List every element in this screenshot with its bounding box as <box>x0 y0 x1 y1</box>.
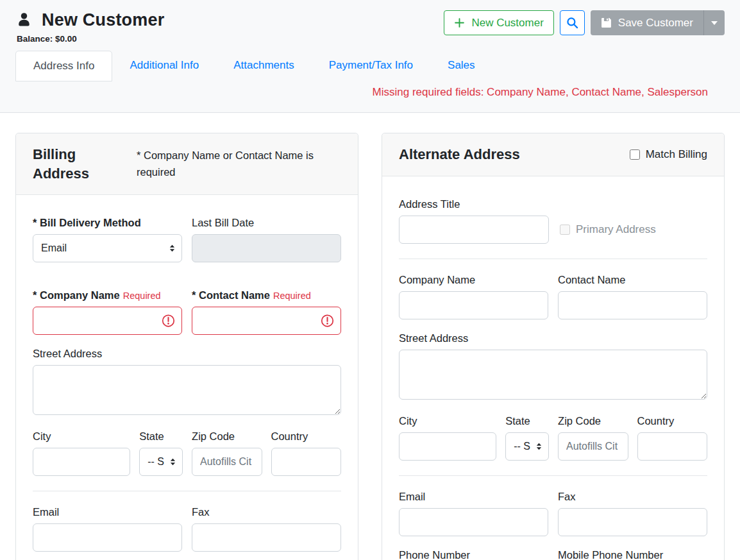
person-icon <box>15 12 33 29</box>
select-caret-icon <box>169 244 176 253</box>
alternate-city-label: City <box>399 415 496 427</box>
save-floppy-icon <box>601 17 612 28</box>
billing-fax-input[interactable] <box>192 523 341 552</box>
alternate-street-address-textarea[interactable] <box>399 350 707 400</box>
tab-sales[interactable]: Sales <box>430 51 492 81</box>
address-title-input[interactable] <box>399 216 549 244</box>
select-caret-icon <box>169 458 176 466</box>
billing-address-title: Billing Address <box>33 145 130 183</box>
last-bill-date-label: Last Bill Date <box>192 217 341 229</box>
alternate-contact-name-input[interactable] <box>558 291 707 319</box>
primary-address-checkbox-group: Primary Address <box>560 223 656 236</box>
balance-label: Balance: $0.00 <box>17 34 725 44</box>
match-billing-checkbox-group: Match Billing <box>630 148 707 161</box>
alternate-email-label: Email <box>399 491 548 503</box>
save-customer-button-label: Save Customer <box>618 17 693 30</box>
section-divider <box>399 259 707 259</box>
match-billing-label: Match Billing <box>646 148 707 161</box>
billing-contact-name-label: * Contact NameRequired <box>192 289 341 301</box>
billing-city-input[interactable] <box>33 448 130 476</box>
section-divider <box>33 491 341 491</box>
billing-email-input[interactable] <box>33 523 182 552</box>
new-customer-button-label: New Customer <box>471 17 543 30</box>
alternate-email-input[interactable] <box>399 508 548 536</box>
billing-zip-label: Zip Code <box>192 430 262 443</box>
match-billing-checkbox[interactable] <box>630 149 640 160</box>
alternate-address-header: Alternate Address Match Billing <box>382 133 724 176</box>
billing-address-body: * Bill Delivery Method Email Last Bill D… <box>16 195 358 560</box>
select-caret-icon <box>535 442 542 450</box>
billing-state-value: -- S <box>147 456 164 468</box>
primary-address-label: Primary Address <box>576 223 656 236</box>
alternate-street-address-label: Street Address <box>399 332 707 344</box>
invalid-exclamation-icon <box>162 314 175 328</box>
billing-contact-name-input[interactable] <box>192 307 341 335</box>
caret-down-icon <box>711 21 718 25</box>
alternate-phone-label: Phone Number <box>399 549 548 560</box>
billing-fax-label: Fax <box>192 506 341 518</box>
alternate-fax-label: Fax <box>558 491 707 503</box>
new-customer-button[interactable]: New Customer <box>444 10 553 35</box>
billing-address-header: Billing Address * Company Name or Contac… <box>16 133 358 195</box>
alternate-fax-input[interactable] <box>558 508 707 536</box>
alternate-address-title: Alternate Address <box>399 145 520 164</box>
section-divider <box>399 475 707 476</box>
search-icon <box>566 17 578 29</box>
page-title: New Customer <box>42 10 164 30</box>
new-customer-page: New Customer Balance: $0.00 New Customer <box>0 0 740 560</box>
billing-email-label: Email <box>33 506 182 518</box>
billing-state-select[interactable]: -- S <box>139 448 183 476</box>
alternate-zip-label: Zip Code <box>558 415 628 427</box>
last-bill-date-input <box>192 234 341 262</box>
alternate-city-input[interactable] <box>399 432 496 461</box>
alternate-company-name-input[interactable] <box>399 291 548 319</box>
header-actions: New Customer <box>444 10 725 35</box>
alternate-contact-name-label: Contact Name <box>558 274 707 286</box>
alternate-state-select[interactable]: -- S <box>505 432 549 461</box>
invalid-exclamation-icon <box>321 314 334 328</box>
bill-delivery-method-value: Email <box>41 242 67 254</box>
primary-address-checkbox <box>560 225 570 235</box>
save-customer-button[interactable]: Save Customer <box>591 10 703 35</box>
billing-country-label: Country <box>271 430 341 443</box>
plus-icon <box>454 17 465 28</box>
billing-requirement-note: * Company Name or Contact Name is requir… <box>137 148 329 180</box>
search-button[interactable] <box>560 10 585 35</box>
billing-zip-input[interactable] <box>192 448 262 476</box>
alternate-mobile-phone-label: Mobile Phone Number <box>558 549 707 560</box>
tab-bar: Address Info Additional Info Attachments… <box>8 51 725 81</box>
address-title-label: Address Title <box>399 198 707 210</box>
tab-additional-info[interactable]: Additional Info <box>112 51 216 81</box>
save-dropdown-toggle[interactable] <box>704 10 725 35</box>
save-customer-split-button: Save Customer <box>591 10 725 35</box>
alternate-address-body: Address Title Primary Address Company Na… <box>382 176 724 560</box>
alternate-address-card: Alternate Address Match Billing Address … <box>382 133 725 560</box>
billing-company-name-input[interactable] <box>33 307 182 335</box>
billing-state-label: State <box>139 430 183 443</box>
billing-company-name-label: * Company NameRequired <box>33 289 182 301</box>
billing-street-address-textarea[interactable] <box>33 365 341 415</box>
company-name-required-tag: Required <box>123 291 161 301</box>
contact-name-required-tag: Required <box>273 291 311 301</box>
alternate-state-value: -- S <box>514 441 530 452</box>
billing-city-label: City <box>33 430 130 443</box>
alternate-country-label: Country <box>637 415 707 427</box>
tab-payment-tax-info[interactable]: Payment/Tax Info <box>312 51 430 81</box>
alternate-company-name-label: Company Name <box>399 274 548 286</box>
alternate-state-label: State <box>505 415 549 427</box>
bill-delivery-method-label: * Bill Delivery Method <box>33 217 182 229</box>
address-info-panel: Billing Address * Company Name or Contac… <box>0 113 740 560</box>
billing-address-card: Billing Address * Company Name or Contac… <box>15 133 358 560</box>
tab-attachments[interactable]: Attachments <box>216 51 312 81</box>
missing-required-fields-message: Missing required fields: Company Name, C… <box>15 81 725 99</box>
alternate-zip-input[interactable] <box>558 432 628 461</box>
billing-street-address-label: Street Address <box>33 348 341 360</box>
billing-country-input[interactable] <box>271 448 341 476</box>
page-header: New Customer Balance: $0.00 New Customer <box>0 0 740 113</box>
alternate-country-input[interactable] <box>637 432 707 461</box>
tab-address-info[interactable]: Address Info <box>15 51 112 81</box>
bill-delivery-method-select[interactable]: Email <box>33 234 182 262</box>
